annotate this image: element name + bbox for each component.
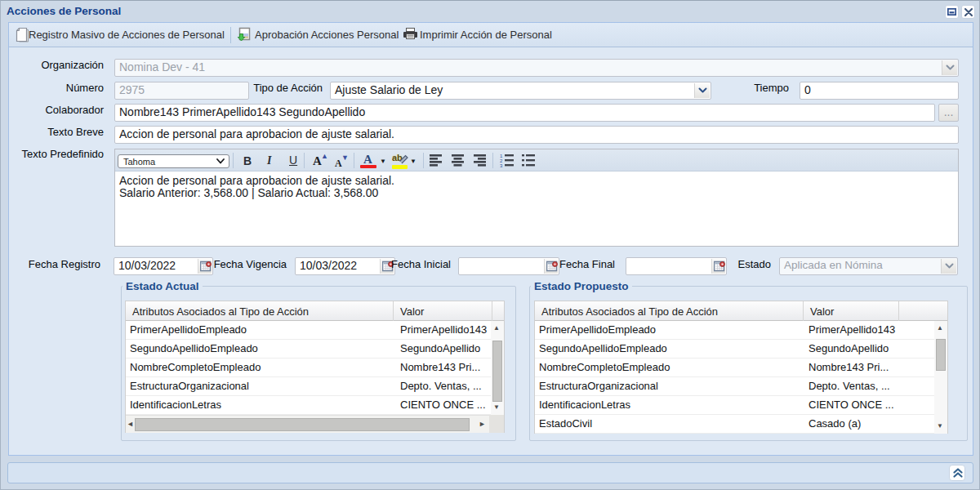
svg-text:3: 3 — [500, 163, 503, 167]
